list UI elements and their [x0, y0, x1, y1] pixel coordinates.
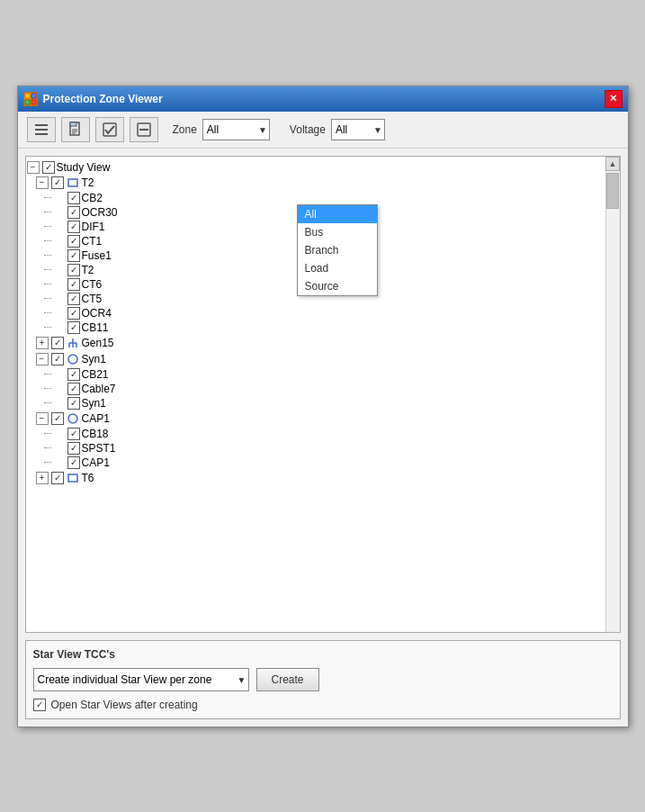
scroll-up-button[interactable]: ▲ — [605, 157, 620, 171]
tree-node-gen15[interactable]: + ✓ Gen15 — [26, 335, 605, 351]
open-checkbox-row: ✓ Open Star Views after creating — [33, 699, 613, 711]
label-ct1: CT1 — [82, 235, 103, 248]
checkbox-cb2[interactable]: ✓ — [67, 192, 80, 204]
expand-syn1a[interactable]: − — [36, 353, 49, 365]
tree-node-syn1b[interactable]: ✓ Syn1 — [26, 396, 605, 411]
tree-node-t6[interactable]: + ✓ T6 — [26, 470, 605, 486]
checkbox-cable7[interactable]: ✓ — [67, 383, 80, 395]
expand-cap1a[interactable]: − — [36, 412, 49, 425]
checkbox-cb11[interactable]: ✓ — [67, 321, 80, 334]
title-bar-left: Protection Zone Viewer — [23, 92, 163, 106]
tree-node-spst1[interactable]: ✓ SPST1 — [26, 441, 605, 456]
check-all-icon — [102, 122, 118, 138]
no-expand-dif1 — [52, 221, 65, 233]
expand-t2a[interactable]: − — [36, 176, 49, 189]
no-expand-cap1b — [52, 456, 65, 469]
checkbox-ocr4[interactable]: ✓ — [67, 307, 80, 320]
tree-node-cap1b[interactable]: ✓ CAP1 — [26, 456, 605, 470]
checkbox-ct5[interactable]: ✓ — [67, 293, 80, 305]
zone-dropdown-popup[interactable]: All Bus Branch Load Source — [297, 204, 378, 296]
check-all-button[interactable] — [95, 117, 124, 142]
title-bar: Protection Zone Viewer ✕ — [18, 86, 628, 112]
checkbox-t6[interactable]: ✓ — [51, 472, 64, 484]
tree-line-ct5 — [44, 298, 51, 299]
zone-option-bus[interactable]: Bus — [298, 223, 377, 241]
checkbox-spst1[interactable]: ✓ — [67, 442, 80, 455]
checkbox-syn1a[interactable]: ✓ — [51, 353, 64, 365]
svg-point-22 — [68, 414, 77, 423]
scrollbar[interactable]: ▲ — [605, 157, 620, 632]
circle-icon-syn1a — [66, 352, 80, 366]
uncheck-all-icon — [136, 122, 152, 138]
voltage-select[interactable]: All — [331, 119, 385, 140]
tree-node-cb11[interactable]: ✓ CB11 — [26, 320, 605, 335]
svg-rect-2 — [25, 100, 30, 104]
label-ocr30: OCR30 — [82, 206, 118, 219]
rect-icon-t6 — [66, 471, 80, 485]
checkbox-cb18[interactable]: ✓ — [67, 428, 80, 440]
tree-line-spst1 — [44, 447, 51, 448]
checkbox-t2b[interactable]: ✓ — [67, 264, 80, 276]
zone-option-all[interactable]: All — [298, 205, 377, 223]
tree-line-cable7 — [44, 388, 51, 389]
create-dropdown-container[interactable]: Create individual Star View per zone ▼ — [33, 668, 249, 691]
checkbox-t2a[interactable]: ✓ — [51, 176, 64, 189]
uncheck-all-button[interactable] — [130, 117, 158, 142]
tree-line-ct1 — [44, 240, 51, 241]
tree-node-ocr4[interactable]: ✓ OCR4 — [26, 306, 605, 320]
checkbox-fuse1[interactable]: ✓ — [67, 249, 80, 262]
svg-point-21 — [68, 355, 77, 364]
zone-option-source[interactable]: Source — [298, 277, 377, 295]
checkbox-cap1a[interactable]: ✓ — [51, 412, 64, 425]
expand-t6[interactable]: + — [36, 472, 49, 484]
zone-dropdown-container[interactable]: All Bus Branch Load Source ▼ — [202, 119, 270, 140]
voltage-label: Voltage — [290, 123, 326, 136]
expand-studyview[interactable]: − — [27, 161, 40, 174]
zone-select[interactable]: All Bus Branch Load Source — [202, 119, 270, 140]
scroll-thumb[interactable] — [606, 173, 619, 209]
create-row: Create individual Star View per zone ▼ C… — [33, 668, 613, 691]
no-expand-syn1b — [52, 397, 65, 410]
close-button[interactable]: ✕ — [605, 90, 623, 108]
open-star-views-checkbox[interactable]: ✓ — [33, 699, 46, 711]
zone-label: Zone — [173, 123, 197, 136]
checkbox-ct1[interactable]: ✓ — [67, 235, 80, 248]
no-expand-ct1 — [52, 235, 65, 248]
checkbox-ct6[interactable]: ✓ — [67, 278, 80, 291]
rect-icon-t2a — [66, 176, 80, 190]
list-view-button[interactable] — [27, 117, 56, 142]
checkbox-cap1b[interactable]: ✓ — [67, 456, 80, 469]
checkbox-gen15[interactable]: ✓ — [51, 337, 64, 349]
tree-line-cap1b — [44, 462, 51, 463]
label-dif1: DIF1 — [82, 221, 105, 233]
voltage-dropdown-container[interactable]: All ▼ — [331, 119, 385, 140]
zone-option-load[interactable]: Load — [298, 259, 377, 277]
checkbox-dif1[interactable]: ✓ — [67, 221, 80, 233]
tree-node-cb18[interactable]: ✓ CB18 — [26, 427, 605, 441]
no-expand-ocr4 — [52, 307, 65, 320]
create-button[interactable]: Create — [256, 668, 319, 691]
svg-rect-5 — [35, 129, 48, 131]
zone-option-branch[interactable]: Branch — [298, 241, 377, 259]
tree-node-cable7[interactable]: ✓ Cable7 — [26, 382, 605, 396]
tree-node-cb21[interactable]: ✓ CB21 — [26, 367, 605, 382]
tree-line-ct6 — [44, 284, 51, 284]
toolbar: Zone All Bus Branch Load Source ▼ Voltag… — [18, 112, 628, 149]
tree-node-cap1a[interactable]: − ✓ CAP1 — [26, 411, 605, 427]
tree-node-cb2[interactable]: ✓ CB2 — [26, 191, 605, 205]
checkbox-ocr30[interactable]: ✓ — [67, 206, 80, 219]
checkbox-studyview[interactable]: ✓ — [42, 161, 55, 174]
tree-line-ocr30 — [44, 212, 51, 212]
tree-node-syn1a[interactable]: − ✓ Syn1 — [26, 351, 605, 367]
checkbox-cb21[interactable]: ✓ — [67, 368, 80, 381]
label-ct5: CT5 — [82, 293, 103, 305]
tree-line-t2b — [44, 269, 51, 270]
tree-node-studyview[interactable]: − ✓ Study View — [26, 160, 605, 175]
checkbox-syn1b[interactable]: ✓ — [67, 397, 80, 410]
label-cb11: CB11 — [82, 321, 109, 334]
create-dropdown-select[interactable]: Create individual Star View per zone — [33, 668, 249, 691]
svg-rect-4 — [35, 124, 48, 126]
tree-node-t2a[interactable]: − ✓ T2 — [26, 175, 605, 191]
document-view-button[interactable] — [61, 117, 90, 142]
expand-gen15[interactable]: + — [36, 337, 49, 349]
